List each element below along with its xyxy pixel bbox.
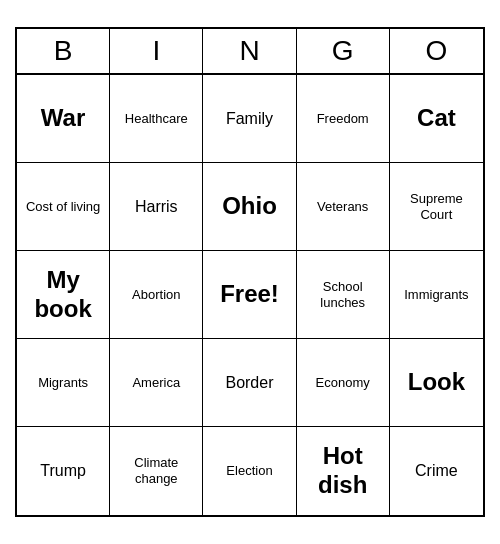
bingo-cell[interactable]: Immigrants bbox=[390, 251, 483, 339]
cell-text: Free! bbox=[220, 280, 279, 309]
cell-text: Ohio bbox=[222, 192, 277, 221]
cell-text: Election bbox=[226, 463, 272, 479]
cell-text: My book bbox=[21, 266, 105, 324]
bingo-card: BINGO WarHealthcareFamilyFreedomCatCost … bbox=[15, 27, 485, 517]
bingo-cell[interactable]: Veterans bbox=[297, 163, 390, 251]
bingo-cell[interactable]: Trump bbox=[17, 427, 110, 515]
cell-text: School lunches bbox=[301, 279, 385, 310]
bingo-cell[interactable]: Cat bbox=[390, 75, 483, 163]
bingo-cell[interactable]: Ohio bbox=[203, 163, 296, 251]
header-letter: N bbox=[203, 29, 296, 73]
cell-text: Healthcare bbox=[125, 111, 188, 127]
cell-text: Cat bbox=[417, 104, 456, 133]
bingo-cell[interactable]: War bbox=[17, 75, 110, 163]
cell-text: Abortion bbox=[132, 287, 180, 303]
bingo-cell[interactable]: My book bbox=[17, 251, 110, 339]
cell-text: Climate change bbox=[114, 455, 198, 486]
bingo-cell[interactable]: Harris bbox=[110, 163, 203, 251]
bingo-cell[interactable]: Climate change bbox=[110, 427, 203, 515]
cell-text: Immigrants bbox=[404, 287, 468, 303]
cell-text: Crime bbox=[415, 461, 458, 480]
cell-text: Supreme Court bbox=[394, 191, 479, 222]
cell-text: Veterans bbox=[317, 199, 368, 215]
bingo-cell[interactable]: Migrants bbox=[17, 339, 110, 427]
bingo-cell[interactable]: Crime bbox=[390, 427, 483, 515]
cell-text: Migrants bbox=[38, 375, 88, 391]
bingo-cell[interactable]: Healthcare bbox=[110, 75, 203, 163]
cell-text: War bbox=[41, 104, 85, 133]
bingo-cell[interactable]: Free! bbox=[203, 251, 296, 339]
bingo-cell[interactable]: Hot dish bbox=[297, 427, 390, 515]
bingo-cell[interactable]: Supreme Court bbox=[390, 163, 483, 251]
cell-text: Cost of living bbox=[26, 199, 100, 215]
header-letter: O bbox=[390, 29, 483, 73]
bingo-cell[interactable]: School lunches bbox=[297, 251, 390, 339]
bingo-cell[interactable]: Border bbox=[203, 339, 296, 427]
header-letter: B bbox=[17, 29, 110, 73]
bingo-cell[interactable]: Abortion bbox=[110, 251, 203, 339]
cell-text: America bbox=[132, 375, 180, 391]
cell-text: Look bbox=[408, 368, 465, 397]
cell-text: Harris bbox=[135, 197, 178, 216]
bingo-cell[interactable]: Economy bbox=[297, 339, 390, 427]
header-letter: G bbox=[297, 29, 390, 73]
cell-text: Family bbox=[226, 109, 273, 128]
cell-text: Freedom bbox=[317, 111, 369, 127]
cell-text: Border bbox=[225, 373, 273, 392]
bingo-cell[interactable]: Election bbox=[203, 427, 296, 515]
bingo-cell[interactable]: Family bbox=[203, 75, 296, 163]
bingo-cell[interactable]: Look bbox=[390, 339, 483, 427]
bingo-cell[interactable]: Freedom bbox=[297, 75, 390, 163]
bingo-cell[interactable]: Cost of living bbox=[17, 163, 110, 251]
bingo-cell[interactable]: America bbox=[110, 339, 203, 427]
header-letter: I bbox=[110, 29, 203, 73]
bingo-grid: WarHealthcareFamilyFreedomCatCost of liv… bbox=[17, 75, 483, 515]
bingo-header: BINGO bbox=[17, 29, 483, 75]
cell-text: Trump bbox=[40, 461, 86, 480]
cell-text: Economy bbox=[316, 375, 370, 391]
cell-text: Hot dish bbox=[301, 442, 385, 500]
